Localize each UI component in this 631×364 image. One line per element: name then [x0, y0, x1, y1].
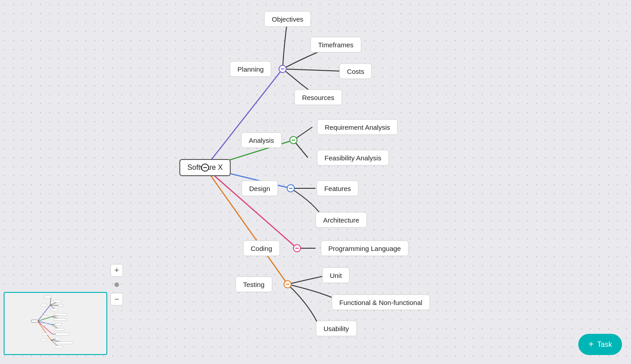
- minimap[interactable]: [4, 292, 107, 355]
- node-coding[interactable]: Coding: [243, 241, 280, 256]
- node-coding-label: Coding: [251, 245, 272, 252]
- svg-rect-36: [42, 323, 47, 326]
- node-req-analysis[interactable]: Requirement Analysis: [317, 119, 398, 135]
- node-functional-label: Functional & Non-functional: [339, 299, 422, 306]
- zoom-dot-icon: [114, 282, 119, 287]
- svg-rect-28: [41, 304, 47, 306]
- zoom-reset-button[interactable]: [110, 278, 123, 291]
- node-req-analysis-label: Requirement Analysis: [325, 123, 390, 131]
- svg-rect-33: [41, 315, 48, 318]
- svg-rect-43: [55, 342, 73, 344]
- node-objectives[interactable]: Objectives: [264, 11, 311, 27]
- node-usability[interactable]: Usability: [316, 321, 357, 337]
- svg-line-10: [37, 305, 50, 321]
- node-planning[interactable]: Planning: [230, 61, 271, 77]
- node-usability-label: Usability: [324, 325, 349, 332]
- node-unit-label: Unit: [330, 272, 342, 279]
- collapse-planning[interactable]: [279, 65, 287, 73]
- node-architecture[interactable]: Architecture: [316, 212, 367, 228]
- svg-rect-39: [42, 333, 47, 335]
- svg-rect-35: [54, 318, 66, 321]
- node-analysis[interactable]: Analysis: [241, 132, 282, 148]
- node-planning-label: Planning: [238, 65, 264, 73]
- node-resources-label: Resources: [302, 94, 334, 101]
- collapse-root[interactable]: [201, 164, 209, 172]
- zoom-in-button[interactable]: +: [110, 264, 123, 277]
- svg-rect-34: [55, 314, 67, 316]
- task-button-label: Task: [597, 341, 612, 349]
- svg-rect-41: [41, 339, 46, 341]
- svg-rect-31: [58, 305, 63, 307]
- collapse-coding[interactable]: [293, 244, 301, 252]
- collapse-design[interactable]: [287, 184, 295, 192]
- node-feas-analysis-label: Feasibility Analysis: [325, 154, 381, 162]
- node-timeframes[interactable]: Timeframes: [311, 37, 361, 53]
- node-features-label: Features: [324, 185, 351, 192]
- task-plus-icon: +: [588, 339, 594, 350]
- node-costs-label: Costs: [347, 68, 364, 75]
- node-unit[interactable]: Unit: [322, 268, 350, 283]
- svg-line-15: [50, 297, 51, 305]
- node-prog-lang[interactable]: Programming Language: [321, 241, 409, 256]
- svg-rect-27: [32, 320, 38, 322]
- svg-rect-32: [51, 309, 58, 311]
- zoom-controls: + −: [110, 264, 123, 305]
- node-features[interactable]: Features: [316, 181, 358, 196]
- node-timeframes-label: Timeframes: [318, 41, 354, 49]
- node-feas-analysis[interactable]: Feasibility Analysis: [317, 150, 389, 166]
- node-architecture-label: Architecture: [323, 216, 359, 224]
- node-costs[interactable]: Costs: [339, 64, 372, 79]
- svg-rect-29: [45, 296, 51, 298]
- node-prog-lang-label: Programming Language: [329, 245, 401, 252]
- zoom-out-button[interactable]: −: [110, 293, 123, 305]
- task-button[interactable]: + Task: [578, 334, 622, 355]
- node-testing[interactable]: Testing: [235, 277, 272, 292]
- svg-rect-38: [55, 328, 64, 331]
- svg-rect-37: [55, 323, 62, 326]
- node-analysis-label: Analysis: [249, 136, 274, 144]
- svg-rect-30: [54, 300, 61, 302]
- svg-rect-44: [55, 346, 63, 348]
- collapse-analysis[interactable]: [289, 136, 297, 144]
- node-resources[interactable]: Resources: [294, 90, 342, 105]
- node-objectives-label: Objectives: [272, 15, 303, 23]
- collapse-testing[interactable]: [283, 280, 292, 288]
- node-functional[interactable]: Functional & Non-functional: [332, 295, 430, 310]
- node-design[interactable]: Design: [242, 181, 278, 196]
- node-design-label: Design: [249, 185, 270, 192]
- svg-rect-40: [55, 333, 69, 335]
- node-testing-label: Testing: [243, 281, 265, 288]
- svg-rect-42: [55, 337, 60, 340]
